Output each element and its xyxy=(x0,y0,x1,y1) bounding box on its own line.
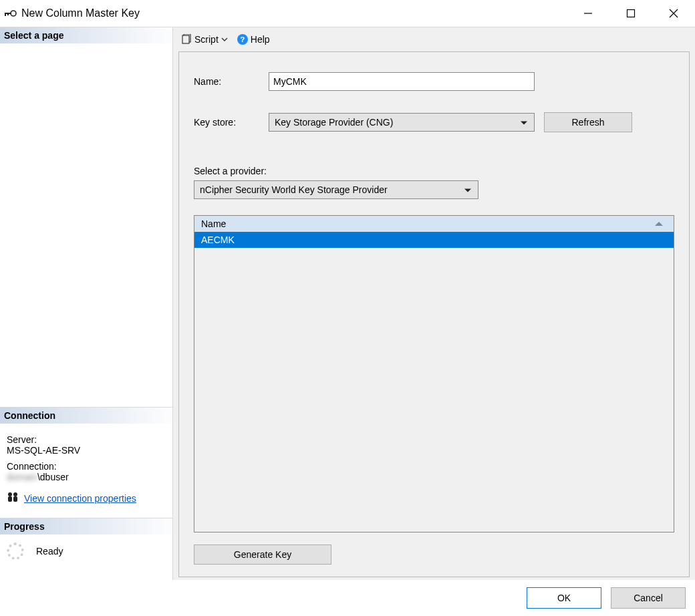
body: Select a page Connection Server: MS-SQL-… xyxy=(0,27,695,580)
connection-info: Server: MS-SQL-AE-SRV Connection: domain… xyxy=(0,424,172,518)
ok-button[interactable]: OK xyxy=(527,587,601,609)
provider-select-value: nCipher Security World Key Storage Provi… xyxy=(200,184,388,195)
list-item[interactable]: AECMK xyxy=(194,232,674,248)
key-listbox-header[interactable]: Name xyxy=(194,216,674,232)
provider-label: Select a provider: xyxy=(194,166,674,176)
help-icon: ? xyxy=(237,34,248,45)
svg-rect-11 xyxy=(13,496,17,502)
connection-label: Connection: xyxy=(7,461,166,472)
view-connection-properties-link[interactable]: View connection properties xyxy=(24,493,136,504)
keystore-label: Key store: xyxy=(194,117,269,128)
window-title: New Column Master Key xyxy=(21,7,567,19)
svg-point-0 xyxy=(11,11,16,16)
svg-rect-9 xyxy=(8,496,12,502)
select-page-header: Select a page xyxy=(0,27,172,43)
provider-select[interactable]: nCipher Security World Key Storage Provi… xyxy=(194,180,478,199)
refresh-button[interactable]: Refresh xyxy=(544,112,632,132)
progress-status-text: Ready xyxy=(36,546,63,557)
server-label: Server: xyxy=(7,434,166,445)
close-button[interactable] xyxy=(652,0,695,27)
keystore-select-value: Key Storage Provider (CNG) xyxy=(275,117,393,128)
key-icon xyxy=(0,9,21,17)
script-button-label: Script xyxy=(194,34,219,45)
key-listbox-body: AECMK xyxy=(194,232,674,532)
connection-header: Connection xyxy=(0,407,172,424)
svg-rect-2 xyxy=(5,13,6,16)
svg-point-10 xyxy=(13,492,17,496)
content-panel: Name: Key store: Key Storage Provider (C… xyxy=(178,51,690,577)
name-label: Name: xyxy=(194,76,269,87)
key-listbox[interactable]: Name AECMK xyxy=(194,215,674,532)
svg-rect-12 xyxy=(182,35,189,43)
sidebar: Select a page Connection Server: MS-SQL-… xyxy=(0,27,172,580)
window-controls xyxy=(567,0,695,27)
toolbar: Script ? Help xyxy=(173,27,695,51)
name-input[interactable] xyxy=(269,72,535,91)
help-button-label: Help xyxy=(251,34,270,45)
key-listbox-header-label: Name xyxy=(201,218,226,229)
maximize-button[interactable] xyxy=(609,0,652,27)
chevron-down-icon xyxy=(221,36,228,43)
minimize-button[interactable] xyxy=(567,0,609,27)
script-button[interactable]: Script xyxy=(178,33,231,46)
help-button[interactable]: ? Help xyxy=(235,33,273,46)
server-value: MS-SQL-AE-SRV xyxy=(7,445,166,456)
users-icon xyxy=(7,492,19,504)
sort-ascending-icon xyxy=(655,222,663,226)
svg-rect-3 xyxy=(7,13,9,15)
dialog-footer: OK Cancel xyxy=(0,580,695,616)
progress-header: Progress xyxy=(0,518,172,534)
progress-status-row: Ready xyxy=(0,534,172,580)
dialog-window: New Column Master Key Select a page Conn… xyxy=(0,0,695,616)
titlebar: New Column Master Key xyxy=(0,0,695,27)
svg-rect-5 xyxy=(628,10,635,17)
main-panel: Script ? Help Name: Key store: Key Stora… xyxy=(172,27,695,580)
cancel-button[interactable]: Cancel xyxy=(611,587,686,609)
keystore-select[interactable]: Key Storage Provider (CNG) xyxy=(269,113,535,132)
connection-value: domain\dbuser xyxy=(7,472,166,482)
progress-spinner-icon xyxy=(7,543,24,560)
generate-key-button[interactable]: Generate Key xyxy=(194,545,331,565)
svg-point-8 xyxy=(8,492,12,496)
page-list-area xyxy=(0,43,172,407)
